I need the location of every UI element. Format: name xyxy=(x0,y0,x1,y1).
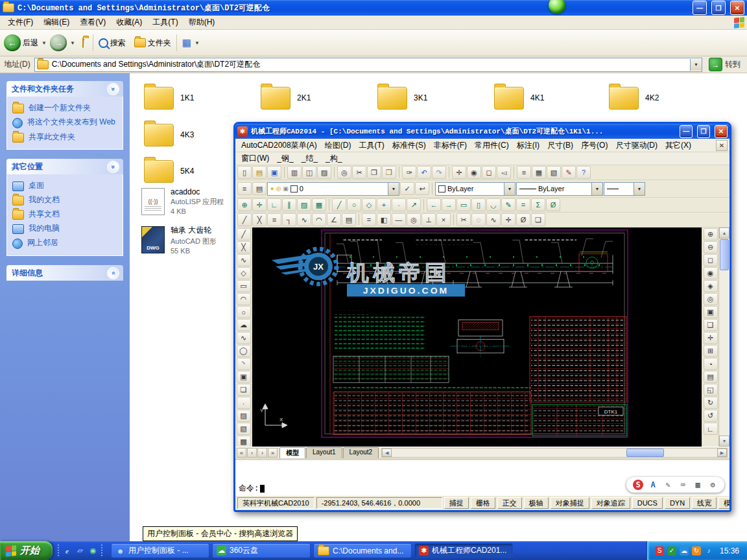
paste-icon[interactable]: ❒ xyxy=(382,166,396,179)
make-block-icon[interactable]: ❏ xyxy=(237,384,251,396)
update-tray-icon[interactable]: ↻ xyxy=(692,546,701,555)
search-label[interactable]: 搜索 xyxy=(110,38,126,49)
tab-last-icon[interactable]: » xyxy=(268,448,278,458)
chevron-up-icon[interactable]: » xyxy=(107,83,119,95)
zoom-scale-icon[interactable]: ◈ xyxy=(704,280,718,292)
layer-manager-icon[interactable]: ≡ xyxy=(237,182,252,195)
sidebar-item[interactable]: 共享此文件夹 xyxy=(12,130,117,145)
tab-模型[interactable]: 模型 xyxy=(279,447,305,458)
cad-menu-item[interactable]: 常用件(C) xyxy=(471,139,513,152)
task-button[interactable]: C:\Documents and... xyxy=(313,543,412,558)
volume-tray-icon[interactable]: ♪ xyxy=(704,546,713,555)
cad-titlebar[interactable]: ✱ 机械工程师CAD2014 - [C:\Documents and Setti… xyxy=(235,124,729,139)
cad-menu-item[interactable]: 窗口(W) xyxy=(237,152,273,165)
print-icon[interactable]: ▥ xyxy=(287,166,302,179)
equal-icon[interactable]: = xyxy=(362,213,376,226)
cad-menu-item[interactable]: 尺寸(B) xyxy=(543,139,577,152)
file-tile[interactable]: ((·))acaddocAutoLISP 应用程4 KB xyxy=(141,187,224,215)
scroll-left-icon[interactable]: ◀ xyxy=(382,449,392,457)
sogou-logo[interactable]: S xyxy=(633,480,643,490)
folder-tile[interactable]: 4K1 xyxy=(494,84,606,112)
hatch-pick-icon[interactable]: ▨ xyxy=(297,198,311,211)
point-icon[interactable]: ∙ xyxy=(237,397,251,409)
forward-dropdown-icon[interactable]: ▼ xyxy=(70,40,75,46)
back-label[interactable]: 后退 xyxy=(23,38,38,49)
regen-icon[interactable]: ↺ xyxy=(704,410,718,422)
equalize-icon[interactable]: = xyxy=(516,198,530,211)
arc-icon[interactable]: ◠ xyxy=(237,293,251,305)
scroll-up-icon[interactable]: ▲ xyxy=(719,228,729,239)
redraw-icon[interactable]: ↻ xyxy=(704,397,718,409)
line-teal-icon[interactable]: ╱ xyxy=(332,198,346,211)
chevron-up-icon[interactable]: » xyxy=(107,161,119,173)
minimize-button[interactable]: — xyxy=(693,1,707,15)
menu-item[interactable]: 收藏(A) xyxy=(111,16,147,29)
clock[interactable]: 15:36 xyxy=(720,546,739,555)
dash-icon[interactable]: — xyxy=(392,213,406,226)
properties-icon[interactable]: ≡ xyxy=(517,166,531,179)
match-properties-icon[interactable]: ✑ xyxy=(402,166,416,179)
ellipse-icon[interactable]: ◯ xyxy=(237,345,251,357)
sidebar-item[interactable]: 桌面 xyxy=(12,179,117,193)
layer-combo-caret[interactable]: ▼ xyxy=(388,183,399,195)
zero-set-icon[interactable]: Ø xyxy=(546,198,560,211)
status-toggle-模型[interactable]: 模型 xyxy=(718,497,729,509)
copy-icon[interactable]: ❐ xyxy=(367,166,381,179)
polyline-edit-icon[interactable]: ┐ xyxy=(282,213,296,226)
symbol-grid[interactable]: ▦ xyxy=(693,480,703,490)
help-icon[interactable]: ? xyxy=(576,166,591,179)
status-toggle-捕捉[interactable]: 捕捉 xyxy=(444,497,469,509)
tab-Layout2[interactable]: Layout2 xyxy=(343,447,379,458)
fillet-small-icon[interactable]: ◡ xyxy=(486,198,501,211)
folders-icon[interactable] xyxy=(134,38,146,47)
cad-menu-item[interactable]: 标注(I) xyxy=(513,139,543,152)
circle-teal-icon[interactable]: ○ xyxy=(347,198,361,211)
cad-close-button[interactable]: ✕ xyxy=(715,125,728,138)
sidebar-item[interactable]: 我的电脑 xyxy=(12,222,117,236)
zoom-previous-icon[interactable]: ◅ xyxy=(497,166,511,179)
zoom-out-icon[interactable]: ⊖ xyxy=(704,241,718,253)
spline-edit-icon[interactable]: ∿ xyxy=(297,213,311,226)
line-icon[interactable]: ╱ xyxy=(237,228,251,240)
designcenter-icon[interactable]: ▦ xyxy=(532,166,546,179)
task-button[interactable]: ☻用户控制面板 - ... xyxy=(111,543,209,558)
cad-menu-item[interactable]: _钢_ xyxy=(273,152,297,165)
arrow-left-icon[interactable]: ← xyxy=(427,198,441,211)
rect-hollow-icon[interactable]: ▭ xyxy=(456,198,471,211)
ucs-icon[interactable]: ✛ xyxy=(501,213,516,226)
drawing-canvas[interactable]: DTK1 Y X xyxy=(252,228,702,447)
pan-icon[interactable]: ✛ xyxy=(452,166,466,179)
lineweight-combo-caret[interactable]: ▼ xyxy=(634,183,645,195)
sidebar-item[interactable]: 创建一个新文件夹 xyxy=(12,101,117,115)
status-toggle-正交[interactable]: 正交 xyxy=(497,497,522,509)
horizontal-scroll-thumb[interactable] xyxy=(626,449,664,457)
vertical-scrollbar[interactable]: ▲ ▼ xyxy=(718,228,729,447)
cad-menu-item[interactable]: 工具(T) xyxy=(355,139,388,152)
folders-label[interactable]: 文件夹 xyxy=(148,38,171,49)
snap-point-icon[interactable]: ⊕ xyxy=(237,198,252,211)
redo-icon[interactable]: ↷ xyxy=(432,166,446,179)
status-toggle-线宽[interactable]: 线宽 xyxy=(692,497,717,509)
region-icon[interactable]: ▩ xyxy=(237,436,251,447)
task-button[interactable]: ✱机械工程师CAD201... xyxy=(414,543,513,558)
named-views-icon[interactable]: ▤ xyxy=(704,371,718,383)
color-combo-caret[interactable]: ▼ xyxy=(504,183,515,195)
construction-line-icon[interactable]: ╳ xyxy=(252,213,267,226)
layer-previous-icon[interactable]: ↩ xyxy=(415,182,429,195)
spline-group-icon[interactable]: ∿ xyxy=(486,213,501,226)
close-button[interactable]: ✕ xyxy=(730,1,744,15)
polygon-teal-icon[interactable]: ◇ xyxy=(362,198,376,211)
close-document-icon[interactable]: ✕ xyxy=(716,140,728,151)
zoom-window-icon[interactable]: ◻ xyxy=(482,166,496,179)
status-toggle-DUCS[interactable]: DUCS xyxy=(632,497,663,509)
edit-poly-icon[interactable]: ✎ xyxy=(501,198,516,211)
vertical-scroll-thumb[interactable] xyxy=(720,239,729,270)
views-icon[interactable]: ▦ xyxy=(182,37,191,49)
cad-menu-item[interactable]: 其它(X) xyxy=(661,139,695,152)
command-line[interactable]: 命令: SA✎⌨▦⚙ xyxy=(235,458,729,495)
mirror-x-icon[interactable]: ◧ xyxy=(377,213,391,226)
polyline-icon[interactable]: ∿ xyxy=(237,254,251,266)
horizontal-scrollbar[interactable]: ◀ ▶ xyxy=(381,448,728,458)
angle-icon[interactable]: ∠ xyxy=(327,213,341,226)
cad-menu-item[interactable]: 尺寸驱动(D) xyxy=(611,139,661,152)
